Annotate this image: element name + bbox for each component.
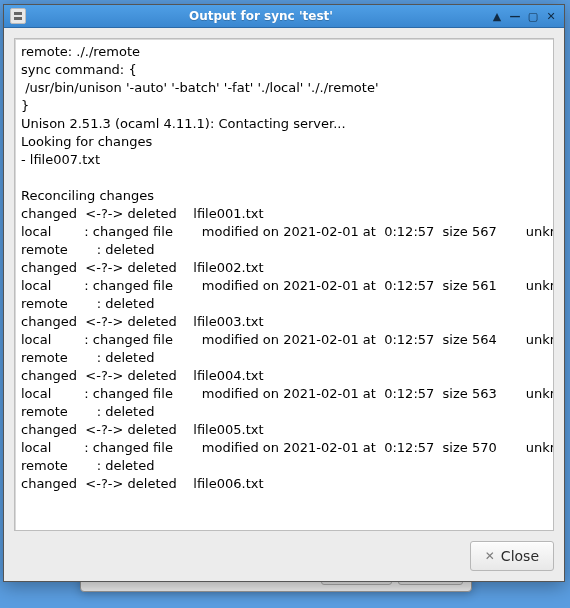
client-area: remote: ././remote sync command: { /usr/… bbox=[4, 28, 564, 581]
dialog-button-bar: ✕ Close bbox=[14, 541, 554, 571]
maximize-button[interactable]: ▢ bbox=[526, 9, 540, 23]
shade-button[interactable]: ▲ bbox=[490, 9, 504, 23]
close-button[interactable]: ✕ Close bbox=[470, 541, 554, 571]
output-text: remote: ././remote sync command: { /usr/… bbox=[15, 39, 554, 497]
svg-rect-0 bbox=[14, 12, 22, 15]
output-dialog: Output for sync 'test' ▲ — ▢ ✕ remote: .… bbox=[3, 4, 565, 582]
close-icon: ✕ bbox=[485, 550, 495, 562]
close-button-label: Close bbox=[501, 548, 539, 564]
minimize-button[interactable]: — bbox=[508, 9, 522, 23]
window-close-button[interactable]: ✕ bbox=[544, 9, 558, 23]
window-controls: ▲ — ▢ ✕ bbox=[490, 9, 564, 23]
window-menu-icon[interactable] bbox=[10, 8, 26, 24]
titlebar[interactable]: Output for sync 'test' ▲ — ▢ ✕ bbox=[4, 5, 564, 28]
svg-rect-1 bbox=[14, 17, 22, 20]
window-title: Output for sync 'test' bbox=[32, 9, 490, 23]
output-frame[interactable]: remote: ././remote sync command: { /usr/… bbox=[14, 38, 554, 531]
